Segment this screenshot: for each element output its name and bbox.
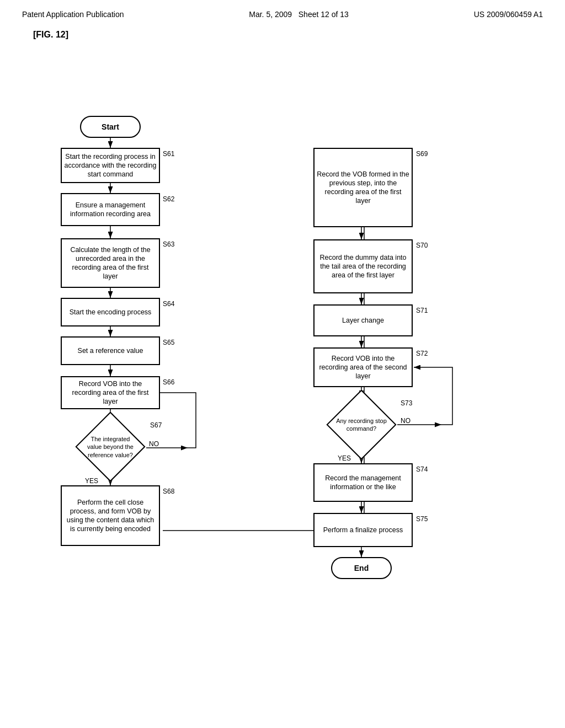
s71-label: S71 — [416, 307, 428, 314]
s75-label: S75 — [416, 515, 428, 523]
s68-box: Perform the cell close process, and form… — [61, 485, 160, 546]
s67-no-label: NO — [149, 440, 159, 448]
s74-label: S74 — [416, 465, 428, 473]
header-right: US 2009/060459 A1 — [474, 10, 543, 19]
page-header: Patent Application Publication Mar. 5, 2… — [0, 0, 565, 24]
start-node: Start — [80, 116, 141, 138]
s64-box: Start the encoding process — [61, 298, 160, 326]
s72-label: S72 — [416, 350, 428, 357]
s63-label: S63 — [163, 240, 174, 248]
s61-box: Start the recording process in accordanc… — [61, 148, 160, 183]
s73-no-label: NO — [401, 417, 411, 425]
s62-box: Ensure a management information recordin… — [61, 193, 160, 226]
s66-label: S66 — [163, 378, 174, 386]
s64-label: S64 — [163, 300, 174, 308]
header-left: Patent Application Publication — [22, 10, 124, 19]
s66-box: Record VOB into the recording area of th… — [61, 376, 160, 409]
s69-box: Record the VOB formed in the previous st… — [313, 148, 413, 227]
s70-label: S70 — [416, 242, 428, 249]
s62-label: S62 — [163, 195, 174, 203]
s70-box: Record the dummy data into the tail area… — [313, 239, 413, 293]
header-center: Mar. 5, 2009 Sheet 12 of 13 — [249, 10, 349, 19]
s67-yes-label: YES — [85, 477, 98, 485]
s63-box: Calculate the length of the unrecorded a… — [61, 238, 160, 288]
s67-diamond: The integrated value beyond the referenc… — [74, 419, 146, 474]
end-node: End — [331, 557, 392, 579]
fig-label: [FIG. 12] — [0, 24, 565, 51]
s65-label: S65 — [163, 339, 174, 346]
s75-box: Perform a finalize process — [313, 513, 413, 547]
s72-box: Record VOB into the recording area of th… — [313, 347, 413, 387]
s67-label: S67 — [150, 421, 162, 429]
s73-label: S73 — [401, 399, 412, 407]
s65-box: Set a reference value — [61, 336, 160, 365]
diagram-container: Start Start the recording process in acc… — [0, 51, 565, 702]
s73-diamond: Any recording stop command? — [326, 397, 397, 452]
s71-box: Layer change — [313, 304, 413, 336]
s68-label: S68 — [163, 488, 174, 495]
s61-label: S61 — [163, 150, 174, 158]
s74-box: Record the management information or the… — [313, 463, 413, 502]
s69-label: S69 — [416, 150, 428, 158]
s73-yes-label: YES — [338, 454, 351, 462]
